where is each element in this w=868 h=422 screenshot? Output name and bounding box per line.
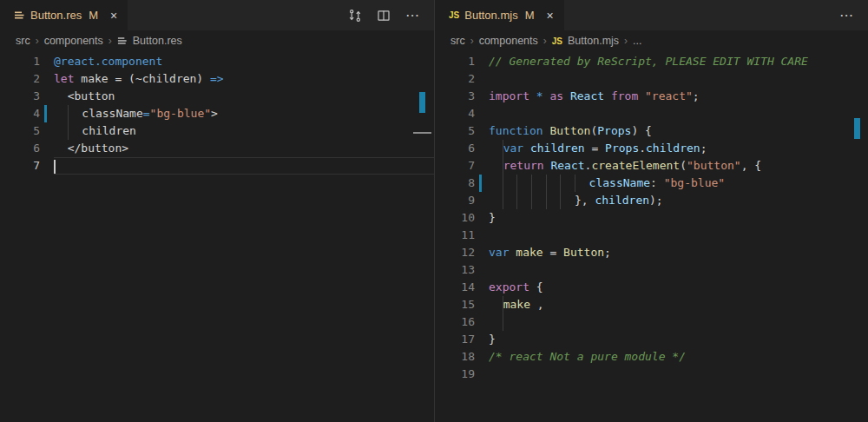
code-line-content[interactable]: }, children); (489, 192, 868, 209)
code-line-3[interactable]: 3 <button (0, 88, 434, 105)
breadcrumb-item-file[interactable]: Button.res (133, 35, 182, 47)
line-number[interactable]: 13 (435, 261, 475, 279)
code-line-4[interactable]: 4 (435, 105, 868, 122)
code-line-content[interactable]: @react.component (54, 53, 434, 70)
more-actions-icon[interactable]: ⋯ (405, 9, 420, 23)
line-number[interactable]: 9 (435, 192, 475, 209)
code-line-3[interactable]: 3import * as React from "react"; (435, 88, 868, 105)
line-number[interactable]: 16 (435, 313, 475, 331)
breadcrumb-item-file[interactable]: Button.mjs (568, 35, 619, 47)
code-line-content[interactable]: /* react Not a pure module */ (489, 348, 868, 366)
code-line-content[interactable]: <button (54, 88, 434, 105)
code-line-content[interactable]: import * as React from "react"; (489, 88, 868, 105)
code-line-11[interactable]: 11 (435, 227, 868, 244)
code-line-content[interactable]: children (54, 122, 434, 140)
code-editor-button-mjs[interactable]: 1// Generated by ReScript, PLEASE EDIT W… (435, 51, 868, 383)
close-icon[interactable]: × (110, 10, 117, 22)
line-number[interactable]: 5 (0, 122, 40, 140)
line-number[interactable]: 12 (435, 244, 475, 261)
line-number[interactable]: 3 (0, 88, 40, 105)
code-line-2[interactable]: 2 (435, 70, 868, 88)
line-number[interactable]: 14 (435, 279, 475, 296)
more-actions-icon[interactable]: ⋯ (839, 9, 854, 23)
close-icon[interactable]: × (547, 10, 554, 22)
code-token: var (489, 246, 509, 259)
code-line-12[interactable]: 12var make = Button; (435, 244, 868, 261)
code-line-17[interactable]: 17} (435, 331, 868, 348)
tab-button-mjs[interactable]: JS Button.mjs M × (435, 0, 564, 30)
code-line-content[interactable]: className: "bg-blue" (489, 175, 868, 192)
breadcrumb-item-src[interactable]: src (16, 35, 30, 47)
overview-ruler-modified-mark (854, 118, 860, 139)
code-token: ); (649, 194, 663, 207)
code-line-content[interactable]: // Generated by ReScript, PLEASE EDIT WI… (489, 53, 868, 70)
line-number[interactable]: 6 (0, 140, 40, 157)
code-line-content[interactable]: } (489, 209, 868, 227)
line-number[interactable]: 10 (435, 209, 475, 227)
code-line-content[interactable]: return React.createElement("button", { (489, 157, 868, 175)
line-number[interactable]: 2 (435, 70, 475, 88)
editor-group-right: JS Button.mjs M × ⋯ src › components › J… (434, 0, 868, 422)
line-number[interactable]: 1 (435, 53, 475, 70)
code-editor-button-res[interactable]: 1@react.component2let make = (~children)… (0, 51, 434, 175)
code-line-15[interactable]: 15 make , (435, 296, 868, 313)
breadcrumb-item-overflow[interactable]: ... (633, 35, 641, 47)
code-line-8[interactable]: 8 className: "bg-blue" (435, 175, 868, 192)
line-number[interactable]: 19 (435, 366, 475, 383)
code-line-content[interactable]: make , (489, 296, 868, 313)
res-file-icon (14, 10, 25, 21)
code-line-5[interactable]: 5 children (0, 122, 434, 140)
code-line-content[interactable]: </button> (54, 140, 434, 157)
code-line-1[interactable]: 1// Generated by ReScript, PLEASE EDIT W… (435, 53, 868, 70)
code-line-18[interactable]: 18/* react Not a pure module */ (435, 348, 868, 366)
code-line-content[interactable]: let make = (~children) => (54, 70, 434, 88)
line-number[interactable]: 7 (0, 157, 40, 175)
code-line-14[interactable]: 14export { (435, 279, 868, 296)
code-line-6[interactable]: 6 </button> (0, 140, 434, 157)
line-number[interactable]: 17 (435, 331, 475, 348)
code-line-4[interactable]: 4 className="bg-blue"> (0, 105, 434, 122)
code-line-7[interactable]: 7 return React.createElement("button", { (435, 157, 868, 175)
code-line-content[interactable] (54, 157, 434, 175)
line-number[interactable]: 7 (435, 157, 475, 175)
code-line-content[interactable] (489, 70, 868, 88)
code-line-6[interactable]: 6 var children = Props.children; (435, 140, 868, 157)
code-line-content[interactable] (489, 261, 868, 279)
line-number[interactable]: 3 (435, 88, 475, 105)
code-line-content[interactable] (489, 227, 868, 244)
line-number[interactable]: 4 (435, 105, 475, 122)
code-line-10[interactable]: 10} (435, 209, 868, 227)
code-line-content[interactable] (489, 105, 868, 122)
split-editor-icon[interactable] (377, 9, 391, 23)
code-line-9[interactable]: 9 }, children); (435, 192, 868, 209)
line-number[interactable]: 15 (435, 296, 475, 313)
breadcrumb-item-components[interactable]: components (44, 35, 103, 47)
line-number[interactable]: 2 (0, 70, 40, 88)
code-line-content[interactable]: var children = Props.children; (489, 140, 868, 157)
code-line-5[interactable]: 5function Button(Props) { (435, 122, 868, 140)
tab-button-res[interactable]: Button.res M × (0, 0, 128, 30)
code-line-1[interactable]: 1@react.component (0, 53, 434, 70)
code-line-content[interactable]: className="bg-blue"> (54, 105, 434, 122)
line-number[interactable]: 4 (0, 105, 40, 122)
code-line-19[interactable]: 19 (435, 366, 868, 383)
line-number[interactable]: 1 (0, 53, 40, 70)
code-line-16[interactable]: 16 (435, 313, 868, 331)
code-line-7[interactable]: 7 (0, 157, 434, 175)
breadcrumb-item-components[interactable]: components (479, 35, 538, 47)
line-number[interactable]: 5 (435, 122, 475, 140)
code-line-content[interactable]: function Button(Props) { (489, 122, 868, 140)
code-line-content[interactable] (489, 366, 868, 383)
open-changes-icon[interactable] (348, 9, 362, 23)
line-number[interactable]: 8 (435, 175, 475, 192)
code-line-content[interactable]: var make = Button; (489, 244, 868, 261)
code-line-content[interactable] (489, 313, 868, 331)
line-number[interactable]: 18 (435, 348, 475, 366)
code-line-13[interactable]: 13 (435, 261, 868, 279)
line-number[interactable]: 11 (435, 227, 475, 244)
code-line-content[interactable]: export { (489, 279, 868, 296)
breadcrumb-item-src[interactable]: src (450, 35, 465, 47)
code-line-2[interactable]: 2let make = (~children) => (0, 70, 434, 88)
line-number[interactable]: 6 (435, 140, 475, 157)
code-line-content[interactable]: } (489, 331, 868, 348)
